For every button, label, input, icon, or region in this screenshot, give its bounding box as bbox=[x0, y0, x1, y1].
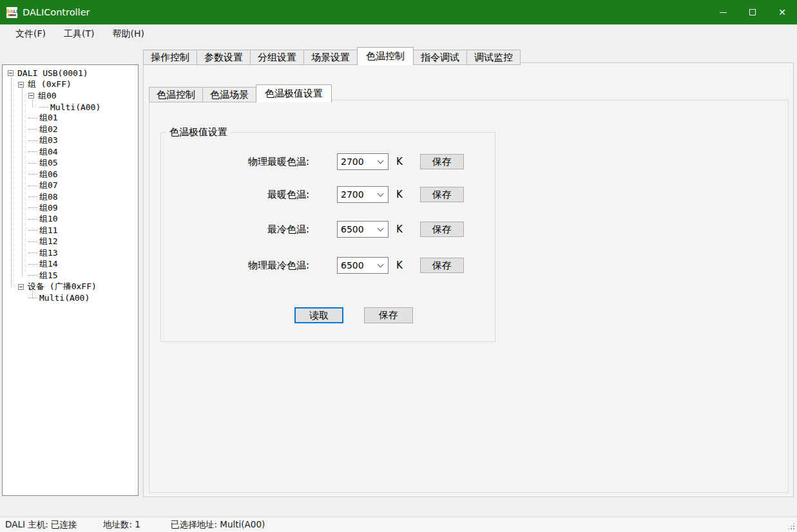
device-tree: DALI USB(0001) 组 (0xFF) 组00 Multi(A00) 组… bbox=[2, 64, 139, 496]
tree-item-group09[interactable]: 组09 bbox=[3, 202, 138, 213]
maximize-icon bbox=[749, 9, 756, 15]
physical-warmest-label: 物理最暖色温: bbox=[174, 153, 309, 170]
window-controls: ✕ bbox=[708, 0, 797, 24]
chevron-down-icon bbox=[378, 225, 384, 232]
menu-help[interactable]: 帮助(H) bbox=[103, 25, 153, 43]
physical-coolest-label: 物理最冷色温: bbox=[174, 257, 309, 274]
tab-grouping-settings[interactable]: 分组设置 bbox=[250, 50, 304, 65]
menu-file[interactable]: 文件(F) bbox=[6, 25, 55, 43]
menu-bar: 文件(F) 工具(T) 帮助(H) bbox=[0, 24, 797, 44]
warmest-combobox[interactable]: 2700 bbox=[337, 186, 389, 203]
chevron-down-icon bbox=[378, 261, 384, 268]
save-button[interactable]: 保存 bbox=[364, 307, 413, 323]
tree-item-group12[interactable]: 组12 bbox=[3, 236, 138, 247]
row-physical-warmest: 物理最暖色温: 2700 K 保存 bbox=[161, 153, 495, 170]
tree-item-device-broadcast[interactable]: 设备 (广播0xFF) bbox=[3, 281, 138, 292]
tree-item-group07[interactable]: 组07 bbox=[3, 180, 138, 191]
tree-item-group00[interactable]: 组00 bbox=[3, 90, 138, 101]
host-status: DALI 主机: 已连接 bbox=[5, 519, 77, 531]
maximize-button[interactable] bbox=[738, 0, 767, 24]
warmest-save-button[interactable]: 保存 bbox=[420, 187, 464, 202]
physical-coolest-save-button[interactable]: 保存 bbox=[420, 258, 464, 273]
tree-item-group-root[interactable]: 组 (0xFF) bbox=[3, 79, 138, 90]
tree-item-group01[interactable]: 组01 bbox=[3, 113, 138, 124]
color-temp-control-panel: 色温控制 色温场景 色温极值设置 色温极值设置 物理最暖色温: 2700 K 保… bbox=[143, 62, 794, 497]
read-button[interactable]: 读取 bbox=[294, 307, 343, 323]
collapse-icon[interactable] bbox=[8, 70, 14, 76]
tree-item-group04[interactable]: 组04 bbox=[3, 146, 138, 157]
main-tab-strip: 操作控制 参数设置 分组设置 场景设置 色温控制 指令调试 调试监控 bbox=[143, 47, 520, 65]
chevron-down-icon bbox=[378, 191, 384, 197]
tree-item-group11[interactable]: 组11 bbox=[3, 225, 138, 236]
minimize-button[interactable] bbox=[708, 0, 738, 24]
tab-debug-monitor[interactable]: 调试监控 bbox=[466, 50, 521, 65]
kelvin-unit-label: K bbox=[396, 153, 403, 170]
window-title: DALIController bbox=[23, 7, 90, 17]
chevron-down-icon bbox=[378, 158, 384, 164]
physical-warmest-combobox[interactable]: 2700 bbox=[337, 153, 389, 170]
collapse-icon[interactable] bbox=[18, 284, 24, 290]
minimize-icon bbox=[720, 12, 727, 13]
tree-item-group03[interactable]: 组03 bbox=[3, 135, 138, 146]
row-coolest: 最冷色温: 6500 K 保存 bbox=[161, 221, 495, 238]
tree-item-group05[interactable]: 组05 bbox=[3, 158, 138, 169]
tree-item-group14[interactable]: 组14 bbox=[3, 258, 138, 269]
tree-item-multi-a00[interactable]: Multi(A00) bbox=[3, 101, 138, 112]
kelvin-unit-label: K bbox=[396, 257, 403, 274]
kelvin-unit-label: K bbox=[396, 221, 403, 238]
resize-grip[interactable] bbox=[787, 522, 795, 530]
subtab-color-temp-scene[interactable]: 色温场景 bbox=[202, 87, 256, 102]
close-button[interactable]: ✕ bbox=[767, 0, 797, 24]
row-warmest: 最暖色温: 2700 K 保存 bbox=[161, 186, 495, 203]
row-physical-coolest: 物理最冷色温: 6500 K 保存 bbox=[161, 257, 495, 274]
physical-warmest-save-button[interactable]: 保存 bbox=[420, 154, 464, 169]
color-temp-limits-groupbox: 色温极值设置 物理最暖色温: 2700 K 保存 最暖色温: 2700 K 保存… bbox=[160, 132, 495, 342]
sub-tab-strip: 色温控制 色温场景 色温极值设置 bbox=[149, 84, 331, 102]
address-count: 地址数: 1 bbox=[103, 519, 140, 531]
coolest-save-button[interactable]: 保存 bbox=[420, 222, 464, 237]
tab-scene-settings[interactable]: 场景设置 bbox=[303, 50, 358, 65]
tree-item-group13[interactable]: 组13 bbox=[3, 247, 138, 258]
tab-parameter-settings[interactable]: 参数设置 bbox=[197, 50, 251, 65]
warmest-label: 最暖色温: bbox=[174, 186, 309, 203]
tab-operation-control[interactable]: 操作控制 bbox=[143, 50, 197, 65]
tree-item-multi-a00-device[interactable]: Multi(A00) bbox=[3, 292, 138, 303]
tree-item-group06[interactable]: 组06 bbox=[3, 169, 138, 180]
tree-item-dali-usb[interactable]: DALI USB(0001) bbox=[3, 68, 138, 79]
tree-item-group15[interactable]: 组15 bbox=[3, 270, 138, 281]
collapse-icon[interactable] bbox=[18, 82, 24, 88]
title-bar: DALI DALIController ✕ bbox=[0, 0, 797, 24]
physical-coolest-combobox[interactable]: 6500 bbox=[337, 257, 389, 274]
subtab-color-temp-control[interactable]: 色温控制 bbox=[149, 87, 203, 102]
tree-item-group02[interactable]: 组02 bbox=[3, 124, 138, 135]
footer-strip: 线性调光 bbox=[0, 497, 797, 517]
tree-item-group10[interactable]: 组10 bbox=[3, 214, 138, 225]
menu-tools[interactable]: 工具(T) bbox=[55, 25, 103, 43]
kelvin-unit-label: K bbox=[396, 186, 403, 203]
coolest-label: 最冷色温: bbox=[174, 221, 309, 238]
coolest-combobox[interactable]: 6500 bbox=[337, 221, 389, 238]
tab-color-temp-control[interactable]: 色温控制 bbox=[357, 47, 414, 65]
close-icon: ✕ bbox=[778, 8, 786, 17]
status-bar: DALI 主机: 已连接 地址数: 1 已选择地址: Multi(A00) bbox=[0, 517, 797, 532]
collapse-icon[interactable] bbox=[28, 93, 34, 99]
subtab-color-temp-limits[interactable]: 色温极值设置 bbox=[256, 84, 332, 102]
tree-item-group08[interactable]: 组08 bbox=[3, 191, 138, 202]
tab-command-debug[interactable]: 指令调试 bbox=[413, 50, 467, 65]
groupbox-title: 色温极值设置 bbox=[166, 126, 231, 138]
app-icon: DALI bbox=[6, 7, 17, 18]
selected-address: 已选择地址: Multi(A00) bbox=[171, 519, 265, 531]
